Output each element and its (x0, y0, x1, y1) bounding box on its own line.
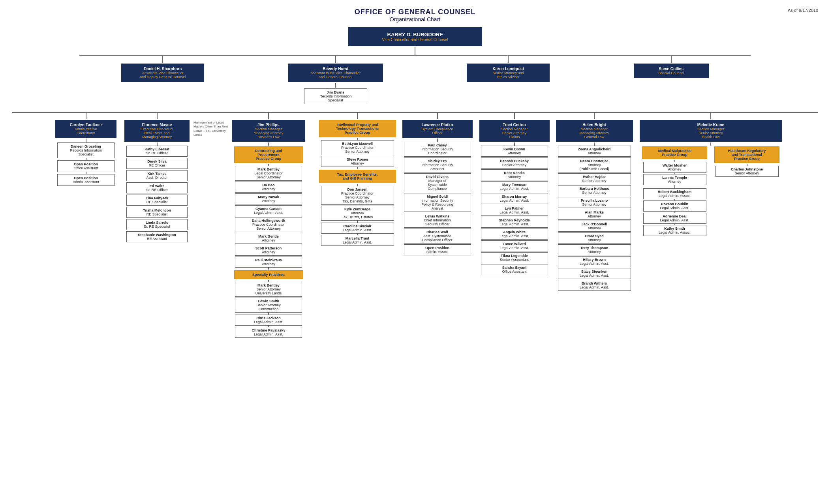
ceo-vline (415, 47, 415, 55)
col-bright: Helen Bright Section ManagerManaging Att… (553, 113, 636, 338)
l2-beverly: Beverly Hurst Assistant to the Vice Chan… (288, 56, 383, 105)
col-ip-tech: Intellectual Property andTechnology Tran… (316, 113, 399, 338)
page: As of 9/17/2010 OFFICE OF GENERAL COUNSE… (0, 0, 830, 346)
col-jim-phillips: Management of Legal Matters Other Than R… (193, 113, 316, 338)
l2-steve-collins: Steve Collins Special Counsel (634, 56, 709, 105)
date-stamp: As of 9/17/2010 (788, 8, 818, 13)
l3-row: Carolyn Faulkner AdministrativeCoordinat… (12, 113, 825, 338)
page-subtitle: Organizational Chart (12, 16, 818, 22)
col-plutko: Lawrence Plutko System ComplianceOfficer… (399, 113, 476, 338)
ceo-title: Vice Chancellor and General Counsel (354, 37, 476, 42)
l2-karen: Karen Lundquist Senior Attorney andEthic… (467, 56, 550, 105)
org-chart: BARRY D. BURGDORF Vice Chancellor and Ge… (12, 26, 818, 338)
ceo-name: BARRY D. BURGDORF (354, 32, 476, 37)
col-cotton: Traci Cotton Section ManagerSenior Attor… (476, 113, 553, 338)
col-carolyn: Carolyn Faulkner AdministrativeCoordinat… (51, 113, 120, 338)
col-krane: Melodie Krane Section ManagerSenior Atto… (636, 113, 786, 338)
ceo-box: BARRY D. BURGDORF Vice Chancellor and Ge… (348, 27, 482, 46)
l2-daniel: Daniel H. Sharphorn Associate Vice Chanc… (121, 56, 204, 105)
col-florence: Florence Mayne Executive Director ofReal… (120, 113, 193, 338)
page-title: OFFICE OF GENERAL COUNSEL (12, 8, 818, 16)
header: OFFICE OF GENERAL COUNSEL Organizational… (12, 8, 818, 22)
